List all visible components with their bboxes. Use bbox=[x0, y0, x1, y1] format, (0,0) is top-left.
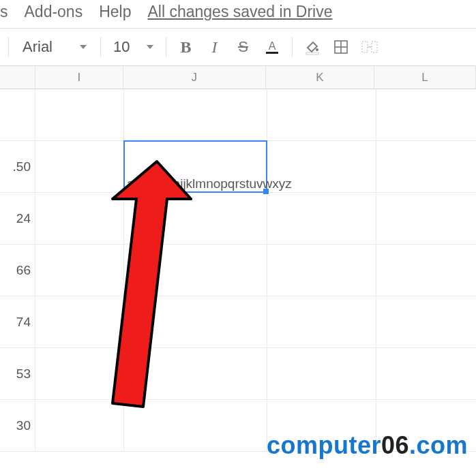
font-family-dropdown[interactable]: Arial bbox=[17, 37, 92, 57]
fill-color-button[interactable] bbox=[301, 35, 324, 59]
cell[interactable] bbox=[267, 296, 376, 348]
cells-container: .502466745330 bbox=[0, 89, 476, 468]
column-header-l[interactable]: L bbox=[374, 66, 476, 89]
svg-rect-7 bbox=[362, 42, 368, 52]
cell[interactable] bbox=[267, 89, 376, 141]
toolbar-separator bbox=[166, 37, 166, 57]
cell[interactable] bbox=[35, 296, 124, 348]
cell[interactable] bbox=[35, 348, 124, 400]
borders-icon bbox=[333, 40, 348, 54]
cell[interactable] bbox=[267, 400, 376, 452]
paint-bucket-icon bbox=[304, 39, 321, 55]
cell[interactable] bbox=[35, 141, 124, 193]
column-header-j[interactable]: J bbox=[123, 66, 266, 89]
spreadsheet-grid[interactable]: I J K L .502466745330 abcdefghijklmnopqr… bbox=[0, 66, 476, 468]
cell[interactable] bbox=[267, 193, 376, 245]
cell[interactable]: 53 bbox=[0, 348, 35, 400]
cell[interactable] bbox=[267, 348, 376, 400]
cell[interactable]: 74 bbox=[0, 296, 35, 348]
menu-bar: s Add-ons Help All changes saved in Driv… bbox=[0, 0, 476, 29]
cell[interactable]: 30 bbox=[0, 400, 35, 452]
column-header[interactable] bbox=[0, 66, 35, 89]
menu-item-partial[interactable]: s bbox=[0, 3, 8, 21]
merge-icon bbox=[361, 40, 378, 54]
cell[interactable] bbox=[35, 245, 124, 296]
cell[interactable] bbox=[124, 89, 267, 141]
cell[interactable] bbox=[376, 89, 476, 141]
cell[interactable] bbox=[267, 245, 376, 296]
toolbar-separator bbox=[8, 37, 9, 57]
toolbar: Arial 10 B I S A bbox=[0, 29, 476, 66]
cell[interactable]: .50 bbox=[0, 141, 35, 193]
menu-item-help[interactable]: Help bbox=[99, 3, 131, 21]
cell[interactable] bbox=[124, 296, 267, 348]
cell[interactable] bbox=[35, 193, 124, 245]
font-size-dropdown[interactable]: 10 bbox=[109, 37, 157, 57]
save-status[interactable]: All changes saved in Drive bbox=[147, 3, 332, 21]
cell[interactable]: 66 bbox=[0, 245, 35, 296]
cell[interactable] bbox=[376, 296, 476, 348]
cell[interactable] bbox=[124, 141, 267, 193]
svg-rect-1 bbox=[266, 52, 278, 54]
merge-cells-button[interactable] bbox=[358, 35, 381, 59]
cell[interactable] bbox=[124, 348, 267, 400]
text-color-icon: A bbox=[264, 39, 280, 55]
cell[interactable]: 24 bbox=[0, 193, 35, 245]
column-header-i[interactable]: I bbox=[35, 66, 123, 89]
strikethrough-button[interactable]: S bbox=[232, 35, 255, 59]
toolbar-separator bbox=[292, 37, 293, 57]
font-family-label: Arial bbox=[23, 38, 53, 56]
cell[interactable] bbox=[376, 400, 476, 452]
svg-rect-3 bbox=[306, 52, 318, 54]
caret-down-icon bbox=[80, 45, 87, 49]
cell[interactable] bbox=[376, 141, 476, 193]
svg-text:A: A bbox=[268, 40, 276, 52]
borders-button[interactable] bbox=[329, 35, 353, 59]
cell[interactable] bbox=[35, 400, 124, 452]
caret-down-icon bbox=[147, 45, 153, 49]
cell[interactable] bbox=[124, 245, 267, 296]
cell[interactable] bbox=[376, 348, 476, 400]
cell[interactable] bbox=[124, 193, 267, 245]
text-color-button[interactable]: A bbox=[261, 35, 284, 59]
column-headers: I J K L bbox=[0, 66, 476, 89]
cell[interactable] bbox=[0, 89, 35, 141]
cell[interactable] bbox=[376, 245, 476, 296]
bold-button[interactable]: B bbox=[175, 35, 198, 59]
cell[interactable] bbox=[267, 141, 376, 193]
font-size-label: 10 bbox=[113, 38, 130, 56]
column-header-k[interactable]: K bbox=[266, 66, 374, 89]
cell[interactable] bbox=[35, 89, 124, 141]
italic-button[interactable]: I bbox=[203, 35, 226, 59]
svg-rect-8 bbox=[372, 42, 377, 52]
cell[interactable] bbox=[124, 400, 267, 452]
cell[interactable] bbox=[376, 193, 476, 245]
toolbar-separator bbox=[100, 37, 101, 57]
menu-item-addons[interactable]: Add-ons bbox=[25, 3, 83, 21]
svg-point-2 bbox=[316, 48, 318, 51]
